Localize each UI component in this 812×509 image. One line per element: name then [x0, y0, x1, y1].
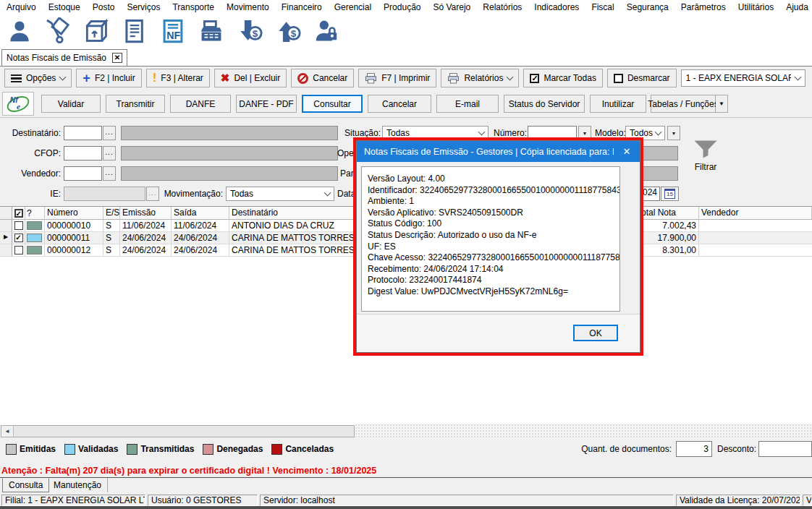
- status-swatch-cell: [25, 244, 45, 257]
- dialog-close-icon[interactable]: ✕: [614, 146, 640, 157]
- row-checkbox[interactable]: ✓: [12, 232, 25, 244]
- calendar-button[interactable]: 15: [661, 187, 679, 201]
- money-out-icon[interactable]: $: [273, 16, 303, 46]
- hand-truck-icon[interactable]: [43, 16, 73, 46]
- tabelas-dropdown-button[interactable]: ▼: [716, 95, 728, 113]
- customers-icon[interactable]: [4, 16, 35, 46]
- menu-indicadores[interactable]: Indicadores: [534, 2, 579, 12]
- menu-servicos[interactable]: Serviços: [127, 2, 160, 12]
- destinatario-code-input[interactable]: [64, 126, 102, 140]
- danfe-pdf-button[interactable]: DANFE - PDF: [236, 95, 297, 113]
- ok-button[interactable]: OK: [573, 325, 618, 341]
- incluir-button[interactable]: + F2 | Incluir: [76, 69, 141, 87]
- relatorios-button[interactable]: Relatórios: [441, 69, 519, 87]
- tab-close-icon[interactable]: ✕: [112, 53, 122, 63]
- validar-button[interactable]: Validar: [41, 95, 101, 113]
- modelo-dropdown-button[interactable]: ▼: [667, 126, 680, 140]
- inutilizar-button[interactable]: Inutilizar: [590, 95, 646, 113]
- menu-arquivo[interactable]: Arquivo: [7, 2, 36, 12]
- certificate-warning: Atenção : Falta(m) 207 dia(s) para expir…: [1, 466, 376, 476]
- menu-financeiro[interactable]: Financeiro: [282, 2, 322, 12]
- document-icon[interactable]: [119, 16, 150, 46]
- status-color-swatch: [27, 221, 42, 230]
- grid-header-status[interactable]: ?: [25, 207, 45, 220]
- menu-utilitarios[interactable]: Utilitários: [738, 2, 774, 12]
- cell-total: 8.301,00: [635, 244, 699, 257]
- filtrar-button[interactable]: Filtrar: [685, 140, 727, 172]
- menu-producao[interactable]: Produção: [384, 2, 420, 12]
- tab-manutencao[interactable]: Manutenção: [48, 478, 108, 492]
- menu-estoque[interactable]: Estoque: [48, 2, 80, 12]
- consultar-button[interactable]: Consultar: [302, 95, 363, 113]
- horizontal-scrollbar[interactable]: ◄: [1, 425, 355, 437]
- user-lock-icon[interactable]: [311, 16, 342, 46]
- opcoes-button[interactable]: Opções: [4, 69, 72, 87]
- grid-header-vendedor[interactable]: Vendedor: [699, 207, 812, 220]
- nfe-logo: Nfe: [2, 92, 34, 116]
- grid-header-es[interactable]: E/S: [103, 207, 120, 220]
- menu-parametros[interactable]: Parâmetros: [681, 2, 726, 12]
- scroll-left-arrow[interactable]: ◄: [1, 426, 14, 437]
- dropdown-arrow-icon: ▼: [719, 100, 724, 107]
- grid-header-total[interactable]: Total Nota: [635, 207, 699, 220]
- nf-document-icon[interactable]: NF: [158, 16, 188, 46]
- cfop-lookup-button[interactable]: ...: [103, 146, 116, 161]
- vendedor-code-input[interactable]: [64, 166, 102, 181]
- status-legend: Emitidas Validadas Transmitidas Denegada…: [6, 441, 334, 457]
- cash-register-icon[interactable]: [196, 16, 227, 46]
- menu-seguranca[interactable]: Segurança: [627, 2, 669, 12]
- grid-header-numero[interactable]: Número: [45, 207, 103, 220]
- tabelas-funcoes-button[interactable]: Tabelas / Funções: [651, 95, 716, 113]
- svg-text:NF: NF: [166, 30, 180, 41]
- tab-notas-fiscais[interactable]: Notas Fiscais de Emissão ✕: [1, 49, 127, 66]
- movimentacao-select[interactable]: Todas: [226, 187, 334, 201]
- status-usuario: Usuário: 0 GESTORES: [148, 495, 258, 506]
- desmarcar-button[interactable]: Desmarcar: [607, 69, 677, 87]
- dialog-line: Versão Layout: 4.00: [368, 174, 614, 185]
- vendedor-lookup-button[interactable]: ...: [103, 166, 116, 181]
- legend-item: Denegadas: [203, 444, 263, 455]
- email-button[interactable]: E-mail: [436, 95, 499, 113]
- transmitir-button[interactable]: Transmitir: [106, 95, 165, 113]
- dialog-title-bar[interactable]: Notas Fiscais de Emissão - Gestores | Có…: [357, 141, 640, 162]
- menu-relatorios[interactable]: Relatórios: [483, 2, 522, 12]
- menu-ajuda[interactable]: Ajuda: [786, 2, 808, 12]
- menu-transporte[interactable]: Transporte: [172, 2, 214, 12]
- cancelar-button[interactable]: Cancelar: [291, 69, 354, 87]
- scrollbar-thumb[interactable]: [14, 426, 354, 437]
- marcar-todas-button[interactable]: ✓ Marcar Todas: [523, 69, 602, 87]
- status-servidor-button[interactable]: Status do Servidor: [504, 95, 585, 113]
- package-icon[interactable]: [81, 16, 111, 46]
- ie-field[interactable]: [64, 187, 145, 201]
- menu-posto[interactable]: Posto: [93, 2, 115, 12]
- danfe-button[interactable]: DANFE: [170, 95, 231, 113]
- menu-gerencial[interactable]: Gerencial: [334, 2, 371, 12]
- excluir-button[interactable]: ✖ Del | Excluir: [214, 69, 287, 87]
- empresa-select[interactable]: 1 - EAPX ENERGIA SOLAR LTDA: [681, 69, 805, 87]
- menu-so-varejo[interactable]: Só Varejo: [433, 2, 470, 12]
- menu-fiscal[interactable]: Fiscal: [591, 2, 614, 12]
- cfop-code-input[interactable]: [64, 146, 102, 161]
- tab-consulta[interactable]: Consulta: [2, 478, 49, 492]
- dialog-footer: OK: [357, 314, 640, 352]
- unchecked-checkbox-icon: [614, 74, 623, 83]
- dialog-line: Digest Value: UwPDJCMvectVRjeH5SyK72mNL6…: [368, 286, 614, 298]
- desconto-field[interactable]: [758, 441, 812, 457]
- alterar-button[interactable]: ! F3 | Alterar: [146, 69, 210, 87]
- grid-header-emissao[interactable]: Emissão: [120, 207, 172, 220]
- bottom-tab-strip: Consulta Manutenção: [0, 477, 812, 494]
- checked-checkbox-icon: ✓: [14, 209, 23, 218]
- row-checkbox[interactable]: [12, 244, 25, 257]
- grid-header-select-all[interactable]: ✓: [12, 207, 25, 220]
- cancelar-nfe-button[interactable]: Cancelar: [368, 95, 431, 113]
- menu-movimento[interactable]: Movimento: [227, 2, 269, 12]
- quant-documentos-field[interactable]: 3: [676, 441, 712, 457]
- destinatario-lookup-button[interactable]: ...: [103, 126, 116, 140]
- money-in-icon[interactable]: $: [234, 16, 265, 46]
- svg-text:$: $: [291, 28, 297, 39]
- cell-saida: 11/06/2024: [172, 220, 229, 232]
- legend-item: Canceladas: [271, 444, 334, 455]
- row-checkbox[interactable]: [12, 220, 25, 232]
- grid-header-saida[interactable]: Saída: [172, 207, 229, 220]
- imprimir-button[interactable]: F7 | Imprimir: [358, 69, 436, 87]
